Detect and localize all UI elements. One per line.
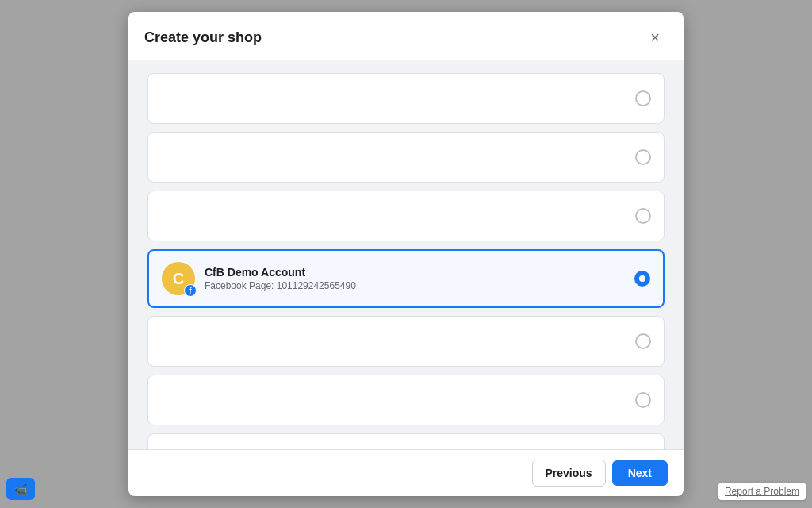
modal-header: Create your shop × xyxy=(128,12,684,60)
previous-button[interactable]: Previous xyxy=(532,460,606,487)
list-item[interactable] xyxy=(147,132,665,183)
list-item[interactable] xyxy=(147,190,665,241)
list-item[interactable] xyxy=(147,73,665,124)
modal: Create your shop × C f CfB Demo Acco xyxy=(128,12,684,496)
item-info: CfB Demo Account Facebook Page: 10112924… xyxy=(205,266,356,291)
radio-button[interactable] xyxy=(635,333,651,349)
avatar: C f xyxy=(162,262,195,295)
video-button[interactable]: 📹 xyxy=(6,478,35,500)
item-name: CfB Demo Account xyxy=(205,266,356,279)
item-sub: Facebook Page: 101129242565490 xyxy=(205,280,356,291)
radio-button[interactable] xyxy=(635,90,651,106)
radio-button[interactable] xyxy=(635,149,651,165)
list-item[interactable] xyxy=(147,316,665,367)
next-button[interactable]: Next xyxy=(612,460,668,486)
list-item-content: C f CfB Demo Account Facebook Page: 1011… xyxy=(162,262,356,295)
radio-button[interactable] xyxy=(635,392,651,408)
modal-body: C f CfB Demo Account Facebook Page: 1011… xyxy=(128,60,684,449)
video-icon: 📹 xyxy=(14,483,28,495)
radio-button[interactable] xyxy=(635,208,651,224)
list-item[interactable] xyxy=(147,375,665,425)
modal-title: Create your shop xyxy=(144,29,262,46)
radio-button[interactable] xyxy=(634,271,650,287)
close-button[interactable]: × xyxy=(642,25,668,50)
modal-overlay: Create your shop × C f CfB Demo Acco xyxy=(0,0,812,508)
list-item[interactable]: C f CfB Demo Account Facebook Page: 1011… xyxy=(147,249,665,308)
modal-footer: Previous Next xyxy=(128,449,684,496)
report-problem-link[interactable]: Report a Problem xyxy=(718,483,806,500)
facebook-badge: f xyxy=(184,284,197,297)
list-item[interactable] xyxy=(147,433,665,449)
